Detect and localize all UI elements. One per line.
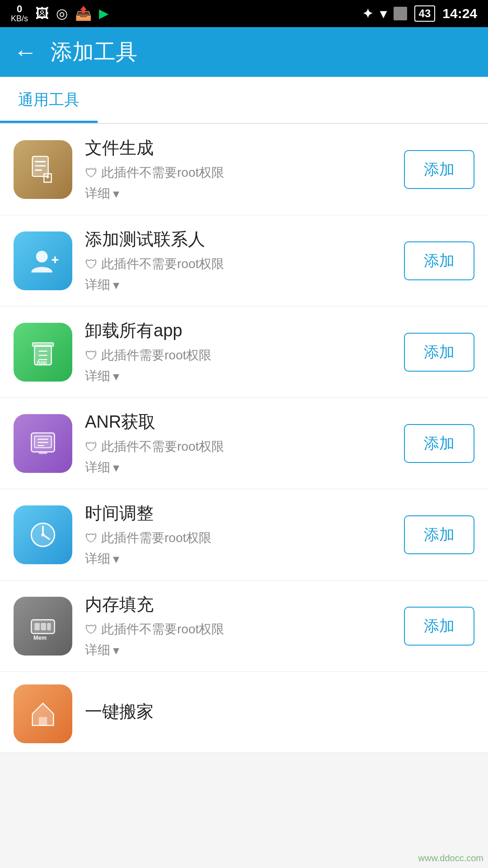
tool-permission-anr: 🛡 此插件不需要root权限 bbox=[85, 438, 391, 455]
tab-general-tools[interactable]: 通用工具 bbox=[0, 77, 98, 123]
chevron-down-icon: ▾ bbox=[113, 643, 119, 658]
tool-detail-file-gen[interactable]: 详细 ▾ bbox=[85, 185, 391, 202]
gallery-icon: 🖼 bbox=[35, 6, 49, 21]
svg-rect-11 bbox=[33, 343, 54, 346]
tool-permission-time: 🛡 此插件需要root权限 bbox=[85, 529, 391, 547]
page-title: 添加工具 bbox=[51, 38, 137, 66]
chevron-down-icon: ▾ bbox=[113, 186, 119, 201]
shield-icon-time: 🛡 bbox=[85, 531, 98, 546]
tool-icon-uninstall: App bbox=[14, 323, 72, 382]
tool-name-mem: 内存填充 bbox=[85, 593, 391, 616]
shield-icon-file-gen: 🛡 bbox=[85, 165, 98, 180]
status-bar-right: ✦ ▾ 43 14:24 bbox=[362, 5, 477, 22]
tool-info-move-home: 一键搬家 bbox=[85, 700, 474, 728]
svg-rect-25 bbox=[41, 623, 46, 630]
tool-detail-mem[interactable]: 详细 ▾ bbox=[85, 642, 391, 659]
svg-rect-26 bbox=[47, 623, 51, 630]
kb-indicator: 0 KB/s bbox=[11, 4, 28, 24]
tool-detail-uninstall[interactable]: 详细 ▾ bbox=[85, 368, 391, 385]
chevron-down-icon: ▾ bbox=[113, 460, 119, 475]
tool-name-add-contact: 添加测试联系人 bbox=[85, 228, 391, 251]
location-icon: ◎ bbox=[56, 5, 68, 21]
tool-info-add-contact: 添加测试联系人 🛡 此插件不需要root权限 详细 ▾ bbox=[85, 228, 391, 293]
svg-rect-28 bbox=[39, 717, 47, 726]
tool-name-time: 时间调整 bbox=[85, 502, 391, 525]
tool-permission-mem: 🛡 此插件不需要root权限 bbox=[85, 621, 391, 638]
send-icon: ▶ bbox=[99, 6, 109, 21]
tool-permission-uninstall: 🛡 此插件需要root权限 bbox=[85, 347, 391, 364]
chevron-down-icon: ▾ bbox=[113, 278, 119, 292]
tool-item-uninstall: App 卸载所有app 🛡 此插件需要root权限 详细 ▾ 添加 bbox=[0, 307, 488, 398]
tool-item-time: 时间调整 🛡 此插件需要root权限 详细 ▾ 添加 bbox=[0, 489, 488, 580]
tool-detail-time[interactable]: 详细 ▾ bbox=[85, 550, 391, 567]
tool-icon-move-home bbox=[14, 684, 72, 743]
bluetooth-icon: ✦ bbox=[362, 6, 373, 21]
tool-name-uninstall: 卸载所有app bbox=[85, 319, 391, 342]
signal-icon bbox=[394, 7, 407, 20]
svg-point-22 bbox=[42, 533, 45, 536]
shield-icon-uninstall: 🛡 bbox=[85, 348, 98, 363]
tool-icon-mem: Mem bbox=[14, 597, 72, 656]
tab-bar: 通用工具 bbox=[0, 77, 488, 124]
status-bar: 0 KB/s 🖼 ◎ 📤 ▶ ✦ ▾ 43 14:24 bbox=[0, 0, 488, 27]
tool-detail-anr[interactable]: 详细 ▾ bbox=[85, 459, 391, 476]
tool-info-uninstall: 卸载所有app 🛡 此插件需要root权限 详细 ▾ bbox=[85, 319, 391, 385]
tool-item-move-home: 一键搬家 bbox=[0, 672, 488, 753]
shield-icon-add-contact: 🛡 bbox=[85, 257, 98, 272]
status-bar-left: 0 KB/s 🖼 ◎ 📤 ▶ bbox=[11, 4, 109, 24]
tool-icon-add-contact bbox=[14, 231, 72, 290]
tool-info-file-gen: 文件生成 🛡 此插件不需要root权限 详细 ▾ bbox=[85, 137, 391, 202]
tool-list: 文件生成 🛡 此插件不需要root权限 详细 ▾ 添加 添加测试联系人 bbox=[0, 124, 488, 753]
add-button-time[interactable]: 添加 bbox=[404, 515, 474, 554]
back-button[interactable]: ← bbox=[14, 40, 37, 64]
tool-permission-file-gen: 🛡 此插件不需要root权限 bbox=[85, 164, 391, 181]
svg-point-4 bbox=[36, 250, 48, 262]
svg-rect-24 bbox=[34, 623, 40, 630]
chevron-down-icon: ▾ bbox=[113, 369, 119, 384]
time-display: 14:24 bbox=[442, 6, 477, 21]
tool-icon-time bbox=[14, 505, 72, 564]
add-button-mem[interactable]: 添加 bbox=[404, 607, 474, 646]
battery-indicator: 43 bbox=[414, 5, 436, 22]
tool-info-mem: 内存填充 🛡 此插件不需要root权限 详细 ▾ bbox=[85, 593, 391, 659]
tool-name-move-home: 一键搬家 bbox=[85, 700, 474, 723]
tool-info-anr: ANR获取 🛡 此插件不需要root权限 详细 ▾ bbox=[85, 410, 391, 476]
upload-icon: 📤 bbox=[75, 5, 92, 21]
tool-item-file-gen: 文件生成 🛡 此插件不需要root权限 详细 ▾ 添加 bbox=[0, 124, 488, 215]
tool-permission-add-contact: 🛡 此插件不需要root权限 bbox=[85, 255, 391, 273]
tool-detail-add-contact[interactable]: 详细 ▾ bbox=[85, 276, 391, 293]
tool-name-file-gen: 文件生成 bbox=[85, 137, 391, 160]
shield-icon-anr: 🛡 bbox=[85, 439, 98, 454]
svg-rect-18 bbox=[39, 452, 47, 454]
svg-text:Mem: Mem bbox=[33, 634, 47, 641]
tool-item-anr: ANR获取 🛡 此插件不需要root权限 详细 ▾ 添加 bbox=[0, 398, 488, 489]
watermark: www.ddocc.com bbox=[418, 853, 484, 863]
tool-name-anr: ANR获取 bbox=[85, 410, 391, 434]
add-button-add-contact[interactable]: 添加 bbox=[404, 241, 474, 280]
wifi-icon: ▾ bbox=[380, 6, 386, 21]
chevron-down-icon: ▾ bbox=[113, 552, 119, 566]
tool-info-time: 时间调整 🛡 此插件需要root权限 详细 ▾ bbox=[85, 502, 391, 567]
add-button-uninstall[interactable]: 添加 bbox=[404, 333, 474, 372]
app-header: ← 添加工具 bbox=[0, 27, 488, 77]
svg-text:App: App bbox=[37, 359, 47, 364]
tool-item-add-contact: 添加测试联系人 🛡 此插件不需要root权限 详细 ▾ 添加 bbox=[0, 215, 488, 307]
tool-item-mem: Mem 内存填充 🛡 此插件不需要root权限 详细 ▾ 添加 bbox=[0, 580, 488, 672]
shield-icon-mem: 🛡 bbox=[85, 622, 98, 637]
add-button-file-gen[interactable]: 添加 bbox=[404, 150, 474, 189]
add-button-anr[interactable]: 添加 bbox=[404, 424, 474, 463]
tool-icon-file-gen bbox=[14, 140, 72, 199]
tool-icon-anr bbox=[14, 414, 72, 473]
